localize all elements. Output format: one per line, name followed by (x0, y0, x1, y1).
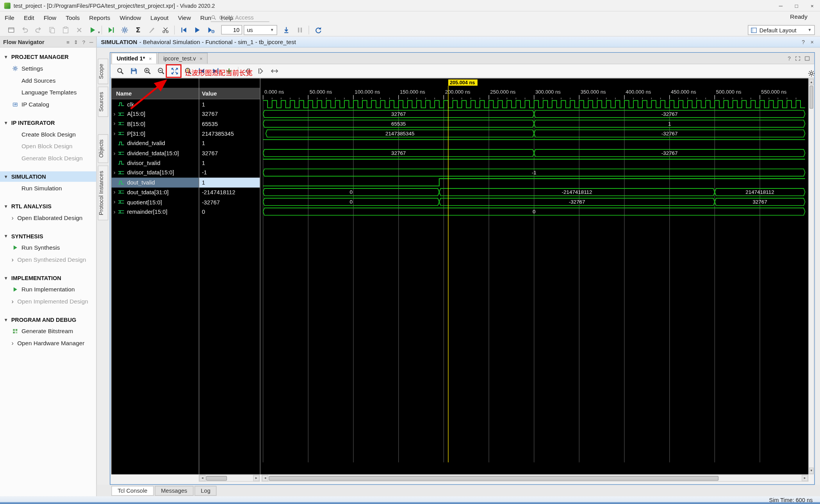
signal-value-p-31-0[interactable]: 2147385345 (199, 129, 260, 138)
collapse-icon[interactable]: ▼ (4, 275, 8, 280)
collapse-icon[interactable]: ▼ (4, 54, 8, 59)
flownav-section-ip-integrator[interactable]: ▼IP INTEGRATOR (0, 117, 96, 128)
step-into-button[interactable] (104, 24, 118, 35)
expand-collapse-icon[interactable]: ⇕ (74, 39, 78, 45)
wave-vertical-scrollbar[interactable]: ▴ ▾ (809, 78, 815, 474)
signal-name-b-15-0[interactable]: ›B[15:0] (111, 119, 199, 129)
flownav-item-run-simulation[interactable]: Run Simulation (0, 182, 96, 194)
signal-value-dividend-tdata-15-0[interactable]: 32767 (199, 148, 260, 158)
expand-icon[interactable]: › (111, 131, 118, 137)
close-tab-icon[interactable]: × (200, 56, 203, 62)
filter-icon[interactable]: ≡ (66, 39, 70, 45)
step-down-button[interactable] (279, 24, 293, 35)
signal-name-remainder-15-0[interactable]: ›remainder[15:0] (111, 207, 199, 217)
signal-name-dout-tdata-31-0[interactable]: ›dout_tdata[31:0] (111, 187, 199, 197)
signal-value-divisor-tdata-15-0[interactable]: -1 (199, 168, 260, 177)
layout-select[interactable]: Default Layout ▼ (748, 25, 815, 35)
relaunch-button[interactable] (311, 24, 325, 35)
scrollbar-thumb[interactable] (269, 476, 718, 480)
signal-value-dout-tdata-31-0[interactable]: -2147418112 (199, 187, 260, 197)
expand-icon[interactable]: › (111, 111, 118, 117)
scroll-down-icon[interactable]: ▾ (809, 468, 814, 474)
brush-button[interactable] (145, 24, 159, 35)
side-tab-scope[interactable]: Scope (98, 59, 108, 84)
signal-name-divisor-tvalid[interactable]: divisor_tvalid (111, 158, 199, 168)
flownav-item-ip-catalog[interactable]: IP Catalog (0, 98, 96, 110)
delete-button[interactable] (72, 24, 86, 35)
waveform-canvas[interactable]: 0.000 ns50.000 ns100.000 ns150.000 ns200… (260, 78, 809, 474)
maximize-button[interactable]: □ (789, 0, 804, 11)
flownav-item-open-hardware-manager[interactable]: ›Open Hardware Manager (0, 337, 96, 349)
open-window-button[interactable] (4, 24, 18, 35)
zoom-in-button[interactable] (141, 65, 154, 76)
redo-button[interactable] (31, 24, 45, 35)
flownav-section-implementation[interactable]: ▼IMPLEMENTATION (0, 273, 96, 283)
console-tab-log[interactable]: Log (194, 486, 217, 495)
save-waveform-button[interactable] (127, 65, 141, 76)
signal-value-dout-tvalid[interactable]: 1 (199, 177, 260, 187)
flownav-item-open-synthesized-design[interactable]: ›Open Synthesized Design (0, 254, 96, 266)
signal-name-dividend-tvalid[interactable]: dividend_tvalid (111, 138, 199, 148)
menu-reports[interactable]: Reports (84, 11, 115, 23)
flownav-item-generate-bitstream[interactable]: Generate Bitstream (0, 325, 96, 337)
flownav-section-rtl-analysis[interactable]: ▼RTL ANALYSIS (0, 201, 96, 212)
flownav-item-settings[interactable]: Settings (0, 62, 96, 74)
collapse-icon[interactable]: ▼ (4, 317, 8, 322)
menu-layout[interactable]: Layout (146, 11, 173, 23)
run-time-input[interactable] (221, 25, 242, 34)
column-divider[interactable] (199, 78, 199, 474)
side-tab-protocol-instances[interactable]: Protocol Instances (98, 165, 108, 220)
signal-value-divisor-tvalid[interactable]: 1 (199, 158, 260, 168)
restart-button[interactable] (177, 24, 191, 35)
expand-icon[interactable]: › (11, 256, 13, 263)
flownav-section-simulation[interactable]: ▼SIMULATION (0, 171, 96, 182)
menu-window[interactable]: Window (115, 11, 146, 23)
flownav-section-project-manager[interactable]: ▼PROJECT MANAGER (0, 52, 96, 62)
sigma-button[interactable]: Σ (131, 24, 145, 35)
minimize-panel-icon[interactable]: ─ (89, 39, 93, 45)
console-tab-messages[interactable]: Messages (155, 486, 193, 495)
name-horizontal-scrollbar[interactable]: ◂ ▸ (199, 474, 260, 482)
flownav-section-program-and-debug[interactable]: ▼PROGRAM AND DEBUG (0, 314, 96, 325)
scroll-left-icon[interactable]: ◂ (199, 475, 205, 481)
menu-file[interactable]: File (0, 11, 19, 23)
close-icon[interactable]: × (811, 39, 814, 45)
wave-horizontal-scrollbar[interactable]: ◂ ▸ (262, 474, 809, 482)
flownav-item-run-synthesis[interactable]: Run Synthesis (0, 241, 96, 254)
expand-icon[interactable]: › (11, 298, 13, 304)
help-icon[interactable]: ? (802, 39, 805, 45)
scroll-up-icon[interactable]: ▴ (809, 79, 814, 85)
close-button[interactable]: × (804, 0, 820, 11)
undo-button[interactable] (18, 24, 32, 35)
goto-time-right-button[interactable] (254, 65, 268, 76)
collapse-icon[interactable]: ▼ (4, 234, 8, 239)
run-all-button[interactable] (191, 24, 204, 35)
signal-value-dividend-tvalid[interactable]: 1 (199, 138, 260, 148)
wave-settings-gear-icon[interactable] (804, 67, 818, 79)
help-icon[interactable]: ? (788, 55, 791, 61)
flownav-item-open-implemented-design[interactable]: ›Open Implemented Design (0, 295, 96, 307)
signal-name-quotient-15-0[interactable]: ›quotient[15:0] (111, 197, 199, 207)
collapse-icon[interactable]: ▼ (4, 174, 8, 179)
editor-tab-ipcore-test-v[interactable]: ipcore_test.v× (158, 53, 208, 64)
side-tab-objects[interactable]: Objects (98, 134, 108, 163)
scroll-left-icon[interactable]: ◂ (262, 475, 268, 481)
flownav-item-generate-block-design[interactable]: Generate Block Design (0, 152, 96, 164)
signal-value-a-15-0[interactable]: 32767 (199, 109, 260, 119)
menu-edit[interactable]: Edit (19, 11, 39, 23)
close-tab-icon[interactable]: × (149, 56, 152, 62)
flownav-item-language-templates[interactable]: Language Templates (0, 86, 96, 98)
expand-icon[interactable]: › (111, 150, 118, 156)
signal-value-remainder-15-0[interactable]: 0 (199, 207, 260, 217)
scrollbar-thumb[interactable] (206, 476, 227, 480)
flownav-item-open-elaborated-design[interactable]: ›Open Elaborated Design (0, 211, 96, 224)
scroll-right-icon[interactable]: ▸ (253, 475, 259, 481)
maximize-panel-icon[interactable] (805, 56, 809, 60)
scroll-right-icon[interactable]: ▸ (802, 475, 808, 481)
collapse-icon[interactable]: ▼ (4, 204, 8, 209)
flownav-item-add-sources[interactable]: Add Sources (0, 74, 96, 86)
flownav-item-run-implementation[interactable]: Run Implementation (0, 283, 96, 295)
copy-button[interactable] (45, 24, 59, 35)
expand-icon[interactable]: › (111, 170, 118, 176)
expand-icon[interactable]: › (111, 199, 118, 205)
